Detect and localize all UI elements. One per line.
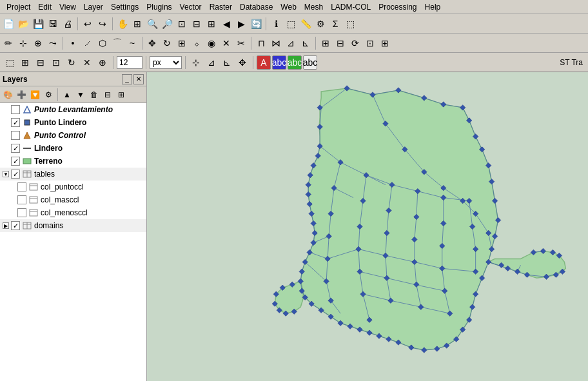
layer-checkbox-terreno[interactable]: ✓	[11, 157, 20, 166]
list-item[interactable]: ✓ Lindero	[0, 142, 146, 155]
menu-settings[interactable]: Settings	[107, 1, 142, 13]
list-item[interactable]: col_puntoccl	[0, 181, 146, 193]
label-show-btn[interactable]: ⊕	[95, 55, 110, 70]
zoom-prev-btn[interactable]: ◀	[219, 17, 233, 31]
curve-btn[interactable]: ⌒	[110, 36, 124, 50]
list-item[interactable]: ✓ Terreno	[0, 155, 146, 168]
plugins2-btn[interactable]: ⚙	[313, 17, 328, 31]
trace-btn[interactable]: ⤳	[46, 36, 60, 50]
menu-database[interactable]: Database	[236, 1, 277, 13]
layers-minimize-btn[interactable]: _	[122, 74, 132, 84]
measure-btn[interactable]: 📏	[299, 17, 313, 31]
more1-btn[interactable]: ⬚	[343, 17, 357, 31]
label-color4-btn[interactable]: abc	[303, 55, 317, 70]
stats-btn[interactable]: ⊟	[333, 36, 348, 50]
layer-checkbox-lindero[interactable]: ✓	[11, 144, 20, 153]
list-item[interactable]: ✓ Punto Lindero	[0, 116, 146, 129]
list-item[interactable]: ▼ ✓ tables	[0, 168, 146, 181]
layers-up-btn[interactable]: ▲	[61, 88, 74, 101]
layer-checkbox-col-masccl[interactable]	[17, 195, 26, 204]
layers-remove-btn[interactable]: 🗑	[88, 88, 101, 101]
delete-btn[interactable]: ✕	[219, 36, 233, 50]
layers-filter-btn[interactable]: 🔽	[28, 88, 41, 101]
label-edit-btn[interactable]: ⊞	[18, 55, 32, 70]
menu-edit[interactable]: Edit	[34, 1, 55, 13]
more4-btn[interactable]: ⊞	[378, 36, 392, 50]
font-unit-select[interactable]: pxptmm	[150, 56, 182, 69]
pan-btn[interactable]: ✋	[115, 17, 130, 31]
cut-btn[interactable]: ✂	[234, 36, 248, 50]
list-item[interactable]: col_masccl	[0, 193, 146, 206]
layer-checkbox-domains[interactable]: ✓	[11, 221, 20, 230]
python-btn[interactable]: Σ	[328, 17, 342, 31]
redo-btn[interactable]: ↪	[95, 17, 110, 31]
zoom-selection-btn[interactable]: ⊞	[204, 17, 219, 31]
label-color-btn[interactable]: A	[257, 55, 271, 70]
menu-mesh[interactable]: Mesh	[300, 1, 327, 13]
reshape-btn[interactable]: ⊾	[299, 36, 313, 50]
open-project-btn[interactable]: 📂	[16, 17, 30, 31]
label-change-btn[interactable]: ✕	[80, 55, 94, 70]
menu-view[interactable]: View	[55, 1, 80, 13]
refresh-btn[interactable]: 🔄	[249, 17, 263, 31]
layer-checkbox-col-puntoccl[interactable]	[17, 182, 26, 191]
attr-table-btn[interactable]: ⊞	[318, 36, 333, 50]
undo-btn[interactable]: ↩	[81, 17, 95, 31]
layer-checkbox-tables[interactable]: ✓	[11, 170, 20, 179]
zoom-full-btn[interactable]: ⊞	[130, 17, 144, 31]
layer-checkbox-punto-control[interactable]	[11, 131, 20, 140]
select-btn[interactable]: ⬚	[284, 17, 298, 31]
layers-options-btn[interactable]: ⚙	[42, 88, 55, 101]
add-ring-btn[interactable]: ◉	[204, 36, 219, 50]
label-rotate-btn[interactable]: ↻	[64, 55, 79, 70]
zoom-out-btn[interactable]: 🔎	[160, 17, 174, 31]
tables-expand-btn[interactable]: ▼	[3, 171, 9, 177]
save-as-btn[interactable]: 🖫	[46, 17, 60, 31]
layers-open-btn[interactable]: 🎨	[1, 88, 14, 101]
menu-ladm-col[interactable]: LADM-COL	[327, 1, 375, 13]
label-pin-btn[interactable]: ⊟	[34, 55, 48, 70]
layers-add-btn[interactable]: ➕	[15, 88, 28, 101]
layers-close-btn[interactable]: ✕	[133, 74, 144, 84]
zoom-in-btn[interactable]: 🔍	[145, 17, 159, 31]
zoom-next-btn[interactable]: ▶	[234, 17, 248, 31]
line-btn[interactable]: ⟋	[81, 36, 95, 50]
layers-down-btn[interactable]: ▼	[74, 88, 87, 101]
zoom-extent-btn[interactable]: ⊡	[175, 17, 189, 31]
domains-expand-btn[interactable]: ▶	[3, 222, 9, 229]
save-project-btn[interactable]: 💾	[31, 17, 45, 31]
simplify-btn[interactable]: ⬦	[190, 36, 204, 50]
digitize-btn[interactable]: ✏	[1, 36, 15, 50]
menu-raster[interactable]: Raster	[206, 1, 236, 13]
pin-label-btn[interactable]: ⊾	[220, 55, 234, 70]
identify-btn[interactable]: ℹ	[269, 17, 283, 31]
menu-processing[interactable]: Processing	[375, 1, 420, 13]
menu-plugins[interactable]: Plugins	[142, 1, 175, 13]
layer-checkbox-punto-levantamiento[interactable]	[11, 105, 20, 114]
more3-btn[interactable]: ⊡	[363, 36, 377, 50]
layers-more-btn[interactable]: ⊞	[115, 88, 128, 101]
move-label-btn[interactable]: ✥	[235, 55, 250, 70]
list-item[interactable]: Punto Levantamiento	[0, 103, 146, 116]
point-btn[interactable]: •	[66, 36, 80, 50]
menu-help[interactable]: Help	[421, 1, 445, 13]
font-size-input[interactable]: 12	[117, 56, 142, 69]
menu-web[interactable]: Web	[277, 1, 300, 13]
list-item[interactable]: Punto Control	[0, 129, 146, 142]
split-btn[interactable]: ⋈	[269, 36, 283, 50]
menu-layer[interactable]: Layer	[80, 1, 107, 13]
label-move-btn[interactable]: ⊡	[49, 55, 63, 70]
layers-filter2-btn[interactable]: ⊟	[101, 88, 114, 101]
zoom-layer-btn[interactable]: ⊟	[190, 17, 204, 31]
polygon-btn[interactable]: ⬡	[95, 36, 110, 50]
menu-project[interactable]: Project	[3, 1, 34, 13]
select-label-btn[interactable]: ⊿	[204, 55, 219, 70]
label-color2-btn[interactable]: abc	[272, 55, 286, 70]
layer-checkbox-punto-lindero[interactable]: ✓	[11, 118, 20, 127]
snap-labels-btn[interactable]: ⊹	[189, 55, 203, 70]
merge-btn[interactable]: ⊓	[254, 36, 268, 50]
print-btn[interactable]: 🖨	[61, 17, 75, 31]
list-item[interactable]: col_menosccl	[0, 206, 146, 219]
rotate-btn[interactable]: ↻	[160, 36, 174, 50]
new-project-btn[interactable]: 📄	[1, 17, 15, 31]
